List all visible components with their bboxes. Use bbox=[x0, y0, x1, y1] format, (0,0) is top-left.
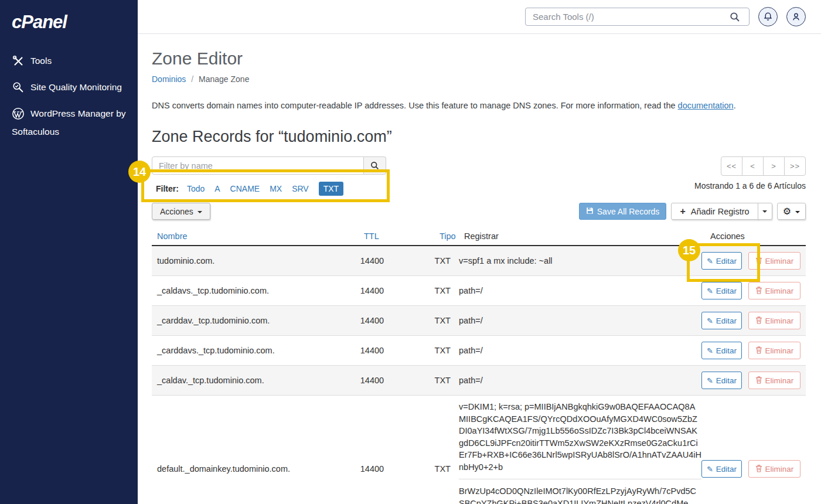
page-first-button[interactable]: << bbox=[721, 156, 742, 176]
edit-button[interactable]: ✎ Editar bbox=[701, 460, 742, 478]
record-actions: ✎ Editar Eliminar bbox=[701, 460, 806, 478]
delete-button[interactable]: Eliminar bbox=[748, 312, 800, 329]
cpanel-logo[interactable]: cPanel bbox=[0, 0, 138, 33]
header-acciones: Acciones bbox=[707, 231, 806, 241]
record-name: default._domainkey.tudominio.com. bbox=[152, 464, 355, 474]
edit-button[interactable]: ✎ Editar bbox=[701, 312, 742, 329]
edit-label: Editar bbox=[716, 346, 737, 355]
add-record-caret-button[interactable] bbox=[758, 203, 772, 220]
edit-button[interactable]: ✎ Editar bbox=[701, 252, 742, 270]
table-row: _caldav._tcp.tudominio.com. 14400 TXT pa… bbox=[152, 366, 806, 396]
record-name: _carddav._tcp.tudominio.com. bbox=[152, 316, 355, 325]
add-record-split-button: + Añadir Registro bbox=[671, 203, 772, 220]
filter-chip-txt[interactable]: TXT bbox=[319, 182, 343, 196]
add-record-label: Añadir Registro bbox=[691, 207, 750, 216]
trash-icon bbox=[755, 316, 762, 326]
sidebar-item-label: Site Quality Monitoring bbox=[30, 82, 122, 92]
sidebar: cPanel ToolsSite Quality MonitoringWordP… bbox=[0, 0, 138, 504]
sidebar-item-wordpress-manager-by-softaculous[interactable]: WordPress Manager by Softaculous bbox=[12, 104, 128, 141]
search-icon bbox=[730, 12, 748, 22]
add-record-button[interactable]: + Añadir Registro bbox=[671, 203, 758, 220]
sidebar-item-tools[interactable]: Tools bbox=[12, 52, 128, 70]
delete-button[interactable]: Eliminar bbox=[748, 460, 800, 478]
page-next-button[interactable]: > bbox=[763, 156, 785, 176]
gear-icon: ⚙ bbox=[783, 206, 791, 216]
filter-chip-srv[interactable]: SRV bbox=[292, 184, 309, 193]
sidebar-item-label: Tools bbox=[30, 56, 52, 66]
sort-ttl-link[interactable]: TTL bbox=[364, 231, 379, 241]
sort-nombre-link[interactable]: Nombre bbox=[157, 231, 188, 241]
filter-name-input[interactable] bbox=[152, 156, 364, 175]
save-all-label: Save All Records bbox=[597, 207, 660, 216]
notifications-button[interactable] bbox=[758, 7, 778, 26]
pencil-icon: ✎ bbox=[707, 257, 713, 265]
sidebar-item-site-quality-monitoring[interactable]: Site Quality Monitoring bbox=[12, 78, 128, 96]
trash-icon bbox=[755, 464, 762, 474]
filter-chip-a[interactable]: A bbox=[214, 184, 220, 193]
pagination: <<<>>> Mostrando 1 a 6 de 6 Artículos bbox=[694, 156, 806, 190]
filter-chips: TodoACNAMEMXSRVTXT bbox=[187, 182, 353, 196]
plus-icon: + bbox=[680, 206, 685, 217]
table-body: tudominio.com. 14400 TXT v=spf1 a mx inc… bbox=[152, 246, 806, 504]
delete-button[interactable]: Eliminar bbox=[748, 282, 800, 299]
trash-icon bbox=[755, 256, 762, 266]
record-name: tudominio.com. bbox=[152, 256, 355, 265]
record-actions: ✎ Editar Eliminar bbox=[701, 282, 806, 299]
trash-icon bbox=[755, 286, 762, 296]
delete-label: Eliminar bbox=[765, 376, 794, 385]
page-prev-button[interactable]: < bbox=[742, 156, 764, 176]
record-actions: ✎ Editar Eliminar bbox=[701, 342, 806, 359]
caret-down-icon bbox=[795, 211, 800, 213]
acciones-dropdown-button[interactable]: Acciones bbox=[152, 203, 210, 220]
record-value: v=DKIM1; k=rsa; p=MIIBIjANBgkqhkiG9w0BAQ… bbox=[454, 396, 701, 504]
edit-button[interactable]: ✎ Editar bbox=[701, 372, 742, 389]
edit-label: Editar bbox=[716, 465, 737, 474]
sidebar-nav: ToolsSite Quality MonitoringWordPress Ma… bbox=[0, 52, 138, 141]
caret-down-icon bbox=[762, 210, 767, 213]
delete-button[interactable]: Eliminar bbox=[748, 372, 800, 389]
record-ttl: 14400 bbox=[355, 316, 430, 325]
delete-button[interactable]: Eliminar bbox=[748, 342, 800, 359]
table-row: default._domainkey.tudominio.com. 14400 … bbox=[152, 396, 806, 504]
delete-button[interactable]: Eliminar bbox=[748, 252, 800, 270]
sort-tipo-link[interactable]: Tipo bbox=[440, 231, 456, 241]
edit-label: Editar bbox=[716, 257, 737, 265]
site-quality-icon bbox=[12, 82, 30, 92]
record-name: _caldav._tcp.tudominio.com. bbox=[152, 376, 355, 385]
page-last-button[interactable]: >> bbox=[784, 156, 806, 176]
wordpress-icon bbox=[12, 108, 30, 118]
acciones-label: Acciones bbox=[160, 207, 193, 216]
trash-icon bbox=[755, 346, 762, 356]
account-button[interactable] bbox=[786, 7, 806, 26]
filter-chip-cname[interactable]: CNAME bbox=[230, 184, 260, 193]
settings-gear-button[interactable]: ⚙ bbox=[777, 203, 806, 220]
filter-search-button[interactable] bbox=[364, 156, 386, 175]
edit-label: Editar bbox=[716, 376, 737, 385]
pencil-icon: ✎ bbox=[707, 376, 713, 385]
record-name: _carddavs._tcp.tudominio.com. bbox=[152, 346, 355, 355]
documentation-link[interactable]: documentation bbox=[678, 101, 734, 110]
table-row: tudominio.com. 14400 TXT v=spf1 a mx inc… bbox=[152, 246, 806, 276]
breadcrumb-dominios-link[interactable]: Dominios bbox=[152, 74, 186, 84]
record-actions: ✎ Editar Eliminar bbox=[701, 312, 806, 329]
pencil-icon: ✎ bbox=[707, 287, 713, 295]
delete-label: Eliminar bbox=[765, 465, 794, 474]
record-type: TXT bbox=[430, 286, 454, 295]
record-type: TXT bbox=[430, 316, 454, 325]
tools-icon bbox=[12, 56, 30, 66]
search-input[interactable] bbox=[525, 8, 750, 26]
search-submit-button[interactable] bbox=[730, 9, 748, 25]
caret-down-icon bbox=[197, 211, 202, 213]
edit-button[interactable]: ✎ Editar bbox=[701, 282, 742, 299]
pencil-icon: ✎ bbox=[707, 465, 713, 474]
controls-row: Filter: TodoACNAMEMXSRVTXT <<<>>> Mostra… bbox=[152, 156, 806, 203]
filter-label: Filter: bbox=[156, 184, 179, 193]
save-all-records-button[interactable]: Save All Records bbox=[579, 203, 667, 220]
filter-chip-mx[interactable]: MX bbox=[270, 184, 282, 193]
zone-records-title: Zone Records for “tudominio.com” bbox=[152, 127, 806, 147]
record-type: TXT bbox=[430, 346, 454, 355]
filter-chip-todo[interactable]: Todo bbox=[187, 184, 205, 193]
edit-button[interactable]: ✎ Editar bbox=[701, 342, 742, 359]
breadcrumb-current: Manage Zone bbox=[199, 74, 249, 84]
trash-icon bbox=[755, 376, 762, 386]
